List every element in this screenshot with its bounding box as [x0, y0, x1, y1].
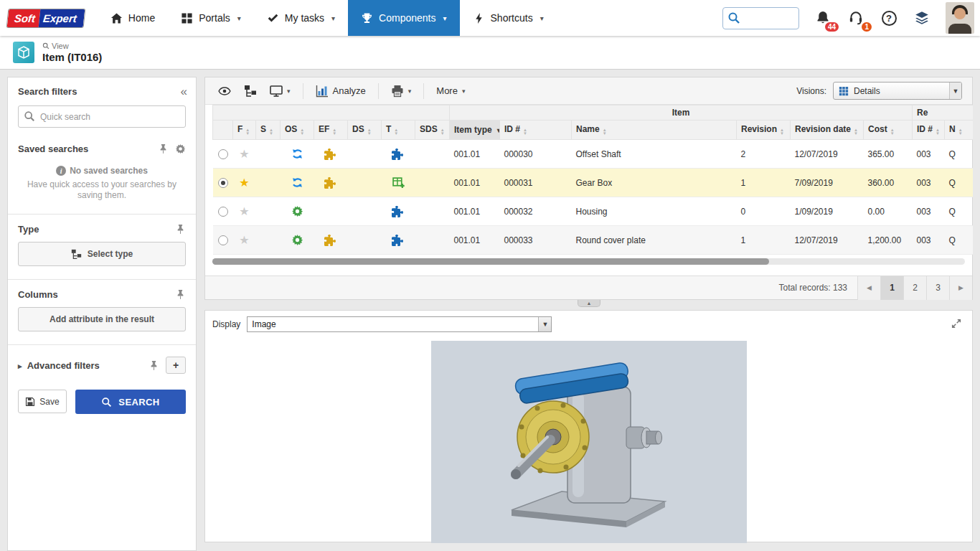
column-header-item-type[interactable]: Item type▼	[450, 121, 500, 140]
column-header-id[interactable]: ID #▲▼	[500, 121, 572, 140]
search-icon	[101, 397, 112, 408]
next-page-button[interactable]: ▶	[949, 276, 972, 300]
question-icon: ?	[882, 11, 897, 26]
advanced-filters-toggle[interactable]: ▸ Advanced filters	[18, 360, 142, 371]
nav-shortcuts[interactable]: Shortcuts ▾	[460, 0, 557, 36]
select-type-button[interactable]: Select type	[18, 242, 186, 266]
notifications-button[interactable]: 44	[814, 9, 832, 27]
column-header-os[interactable]: OS▲▼	[281, 121, 314, 140]
column-header-ef[interactable]: EF▲▼	[314, 121, 348, 140]
column-header-s[interactable]: S▲▼	[256, 121, 281, 140]
row-select-radio[interactable]	[218, 235, 228, 245]
pin-icon[interactable]	[158, 143, 169, 154]
column-header-re-n[interactable]: N▲▼	[945, 121, 974, 140]
cell-sds	[415, 226, 450, 255]
prev-page-button[interactable]: ◀	[857, 276, 880, 300]
saved-searches-title: Saved searches	[18, 143, 151, 154]
user-avatar[interactable]	[946, 2, 974, 34]
avatar-shoulders	[948, 24, 971, 34]
column-header-f[interactable]: F▲▼	[233, 121, 256, 140]
favorite-star-icon[interactable]: ★	[239, 176, 249, 189]
radio-column-header	[213, 121, 233, 140]
column-header-name[interactable]: Name▲▼	[572, 121, 737, 140]
cell-cost: 360.00	[864, 169, 913, 197]
flags-group-header	[213, 105, 450, 121]
nav-shortcuts-label: Shortcuts	[491, 12, 533, 24]
print-button[interactable]: ▾	[385, 82, 418, 100]
collapse-sidebar-icon[interactable]: «	[181, 88, 186, 96]
column-header-revision-date[interactable]: Revision date▲▼	[791, 121, 864, 140]
cell-re-n: Q	[945, 140, 974, 169]
table-row[interactable]: ★ 001.01 000033 Round cover plate 1 12/0…	[213, 226, 974, 255]
save-search-button[interactable]: Save	[18, 390, 67, 413]
visions-select[interactable]: Details ▼	[833, 82, 962, 100]
puzzle-icon-yellow	[324, 177, 337, 189]
column-header-ds[interactable]: DS▲▼	[348, 121, 382, 140]
quick-search-input[interactable]	[18, 105, 186, 128]
view-record-button[interactable]	[212, 82, 237, 100]
table-row[interactable]: ★ 001.01 000032 Housing 0 1/09/2019 0.00	[213, 197, 974, 226]
help-button[interactable]: ?	[880, 9, 898, 27]
column-header-revision[interactable]: Revision▲▼	[737, 121, 791, 140]
column-header-t[interactable]: T▲▼	[382, 121, 415, 140]
table-row[interactable]: ★ 001.01 000030 Offset Shaft 2 12/07/201…	[213, 140, 974, 169]
cell-ef	[314, 197, 348, 226]
nav-components[interactable]: Components ▾	[348, 0, 459, 36]
scrollbar-thumb[interactable]	[212, 258, 769, 265]
top-navigation-bar: SoftExpert Home Portals ▾ My tasks ▾ Com…	[0, 0, 980, 36]
cell-revision-date: 7/09/2019	[791, 169, 864, 197]
display-select[interactable]: Image ▼	[247, 316, 552, 332]
global-search	[722, 7, 799, 29]
divider	[8, 214, 196, 215]
row-select-radio[interactable]	[218, 178, 228, 188]
pin-icon[interactable]	[149, 360, 159, 371]
column-header-sds[interactable]: SDS▲▼	[415, 121, 450, 140]
nav-my-tasks[interactable]: My tasks ▾	[254, 0, 348, 36]
nav-home[interactable]: Home	[98, 0, 168, 36]
display-select-value: Image	[248, 319, 538, 329]
analyze-button[interactable]: Analyze	[310, 82, 372, 100]
item-3d-image	[431, 341, 747, 543]
expand-panel-button[interactable]	[951, 318, 963, 331]
saved-searches-section: Saved searches	[8, 143, 196, 154]
chevron-down-icon: ▾	[287, 88, 291, 95]
page-1-button[interactable]: 1	[880, 276, 903, 300]
display-panel: Display Image ▼	[204, 310, 973, 542]
support-badge: 1	[862, 22, 872, 32]
cell-cost: 0.00	[864, 197, 913, 226]
add-attribute-button[interactable]: Add attribute in the result	[18, 307, 186, 331]
search-button[interactable]: SEARCH	[75, 390, 186, 414]
cube-icon	[17, 45, 31, 60]
panel-collapse-handle[interactable]: ▲	[578, 300, 600, 307]
table-row-selected[interactable]: ★ 001.01 000031 Gear Box 1 7/09/2019 360…	[213, 169, 974, 197]
cell-ds	[348, 197, 382, 226]
cell-id: 000033	[500, 226, 572, 255]
pin-icon[interactable]	[175, 289, 186, 300]
column-header-cost[interactable]: Cost▲▼	[864, 121, 913, 140]
table-horizontal-scrollbar[interactable]	[212, 258, 965, 265]
softexpert-logo[interactable]: SoftExpert	[6, 9, 86, 28]
suite-apps-button[interactable]	[913, 9, 931, 27]
divider	[8, 279, 196, 280]
pin-icon[interactable]	[175, 224, 186, 235]
row-select-radio[interactable]	[218, 207, 228, 217]
nav-portals[interactable]: Portals ▾	[168, 0, 254, 36]
headset-icon	[848, 10, 864, 26]
add-filter-button[interactable]: +	[166, 357, 186, 374]
export-view-button[interactable]: ▾	[264, 82, 296, 100]
cell-sds	[415, 140, 450, 169]
row-select-radio[interactable]	[218, 149, 228, 159]
page-2-button[interactable]: 2	[903, 276, 926, 300]
support-button[interactable]: 1	[847, 9, 865, 27]
page-3-button[interactable]: 3	[926, 276, 949, 300]
more-button[interactable]: More ▾	[430, 83, 471, 99]
favorite-star-icon[interactable]: ★	[239, 205, 249, 217]
structure-button[interactable]	[238, 82, 263, 100]
gear-icon[interactable]	[175, 143, 186, 154]
sidebar-title: Search filters	[18, 86, 77, 97]
favorite-star-icon[interactable]: ★	[239, 234, 249, 246]
favorite-star-icon[interactable]: ★	[239, 148, 249, 160]
column-header-re-id[interactable]: ID #▲▼	[913, 121, 945, 140]
results-panel: ▾ Analyze ▾ More ▾ Visions: Details	[204, 77, 973, 300]
item-module-icon	[13, 42, 34, 63]
